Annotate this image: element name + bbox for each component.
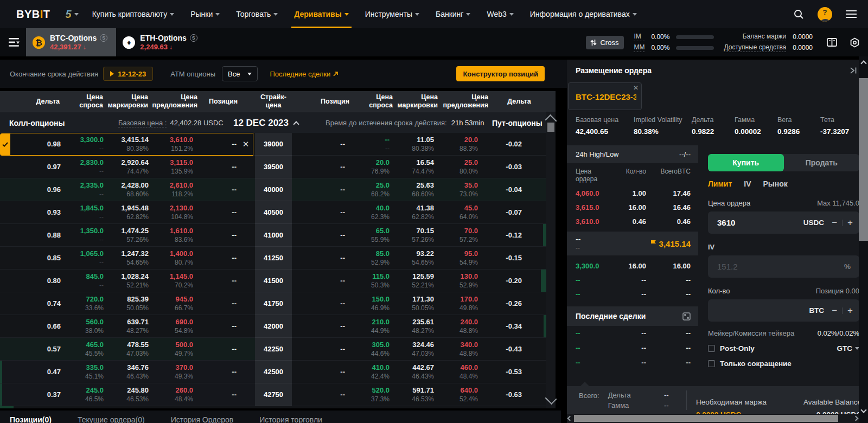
call-mark[interactable]: 1,247.3254.65% [105, 247, 149, 269]
call-mark[interactable]: 346.7646.43% [105, 361, 149, 383]
put-position[interactable]: -- [312, 178, 345, 201]
call-bid[interactable]: 720.033.6% [63, 292, 104, 315]
put-position[interactable]: -- [312, 361, 345, 383]
put-bid[interactable]: 210.044.9% [349, 315, 390, 337]
call-bid[interactable]: 2,830.0-- [63, 156, 104, 178]
put-position[interactable]: -- [312, 270, 345, 292]
strike-price[interactable]: 41000 [255, 224, 292, 247]
call-delta[interactable]: 0.97 [28, 156, 61, 178]
order-type-рынок[interactable]: Рынок [763, 180, 787, 188]
put-ask[interactable]: 95.054.9% [437, 247, 478, 269]
scroll-left-icon[interactable] [568, 414, 572, 423]
call-position[interactable]: -- [209, 133, 237, 155]
put-mark[interactable]: 324.4647.03% [391, 338, 434, 360]
call-delta[interactable]: 0.57 [28, 338, 61, 360]
strike-price[interactable]: 40500 [255, 201, 292, 224]
call-ask[interactable]: 500.049.7% [152, 338, 193, 360]
orderbook-ask-row[interactable]: 4,060.01.0017.46 [567, 186, 698, 200]
put-bid[interactable]: 40.062.3% [349, 201, 390, 223]
put-position[interactable]: -- [312, 224, 345, 246]
nav-item-банкинг[interactable]: Банкинг [427, 0, 479, 28]
call-bid[interactable]: 465.045.5% [63, 338, 104, 360]
put-bid[interactable]: 410.042.4% [349, 361, 390, 383]
scroll-right-icon[interactable] [854, 414, 858, 423]
put-ask[interactable]: 35.073.0% [437, 178, 478, 201]
put-ask[interactable]: 170.049.8% [437, 292, 478, 315]
call-bid[interactable]: 245.046.5% [63, 383, 104, 406]
put-delta[interactable]: -0.12 [489, 224, 522, 246]
call-delta[interactable]: 0.98 [28, 133, 61, 155]
call-mark[interactable]: 825.3950.05% [105, 292, 149, 315]
put-delta[interactable]: -0.03 [489, 156, 522, 178]
put-delta[interactable]: -0.34 [489, 315, 522, 337]
call-delta[interactable]: 0.88 [28, 224, 61, 246]
strike-price[interactable]: 39500 [255, 156, 292, 178]
nav-item-информация-о-деривативах[interactable]: Информация о деривативах [522, 0, 645, 28]
put-mark[interactable]: 125.5952.21% [391, 270, 434, 292]
call-mark[interactable]: 1,474.2557.26% [105, 224, 149, 246]
put-position[interactable]: -- [312, 292, 345, 315]
mm-label[interactable]: MM [634, 43, 644, 52]
put-delta[interactable]: -0.63 [489, 383, 522, 406]
strike-price[interactable]: 40000 [255, 178, 292, 201]
scroll-up-icon[interactable] [546, 113, 556, 121]
put-delta[interactable]: -0.02 [489, 133, 522, 155]
vertical-scrollbar-thumb[interactable] [859, 78, 868, 241]
put-ask[interactable]: 460.048.4% [437, 361, 478, 383]
recent-trades-link[interactable]: Последние сделки [270, 70, 339, 78]
call-ask[interactable]: 1,145.070.2% [152, 270, 193, 292]
scroll-up-icon[interactable] [859, 59, 868, 66]
settings-gear-icon[interactable] [848, 36, 860, 48]
table-scrollbar[interactable] [546, 112, 556, 408]
sell-button[interactable]: Продать [784, 154, 860, 171]
horizontal-scrollbar-thumb[interactable] [574, 415, 838, 422]
call-position[interactable]: -- [209, 178, 237, 201]
table-scrollbar-thumb[interactable] [547, 123, 554, 132]
put-position[interactable]: -- [312, 338, 345, 360]
base-price-label[interactable]: Базовая цена : [118, 119, 167, 127]
put-delta[interactable]: -0.26 [489, 292, 522, 315]
increment-button[interactable]: + [847, 218, 853, 227]
bybit-logo[interactable]: BYBIT [16, 8, 50, 21]
iv-input[interactable]: 151.2 % [708, 255, 859, 278]
nav-item-web3[interactable]: Web3 [478, 0, 521, 28]
put-ask[interactable]: 25.080.0% [437, 156, 478, 178]
increment-button[interactable]: + [847, 306, 853, 315]
call-delta[interactable]: 0.93 [28, 201, 61, 223]
put-position[interactable]: -- [312, 156, 345, 178]
call-mark[interactable]: 245.8046.53% [105, 383, 149, 406]
search-icon[interactable] [793, 8, 805, 20]
buy-button[interactable]: Купить [708, 154, 784, 171]
call-ask[interactable]: 945.066.7% [152, 292, 193, 315]
collapse-panel-icon[interactable] [850, 67, 857, 74]
call-bid[interactable]: 560.038.0% [63, 315, 104, 337]
call-ask[interactable]: 2,130.0104.8% [152, 201, 193, 223]
call-position[interactable]: -- [209, 383, 237, 406]
put-ask[interactable]: 240.048.8% [437, 315, 478, 337]
strike-price[interactable]: 42250 [255, 338, 292, 361]
put-ask[interactable]: 20.088.3% [437, 133, 478, 155]
cross-margin-button[interactable]: Cross [586, 36, 624, 49]
put-ask[interactable]: 130.052.9% [437, 270, 478, 292]
bottom-tab-история-торговли[interactable]: История торговли [259, 415, 322, 423]
put-position[interactable]: -- [312, 315, 345, 337]
call-delta[interactable]: 0.47 [28, 361, 61, 383]
put-bid[interactable]: 25.068.2% [349, 178, 390, 201]
call-position[interactable]: -- [209, 338, 237, 360]
call-ask[interactable]: 260.048.4% [152, 383, 193, 406]
selected-check-tag[interactable] [0, 133, 10, 156]
put-bid[interactable]: 85.052.9% [349, 247, 390, 269]
put-position[interactable]: -- [312, 383, 345, 406]
put-mark[interactable]: 591.7146.53% [391, 383, 434, 406]
instrument-list-icon[interactable] [8, 36, 22, 48]
put-position[interactable]: -- [312, 247, 345, 269]
bottom-tab-позиции-0-[interactable]: Позиции(0) [10, 415, 52, 423]
call-position[interactable]: -- [209, 224, 237, 246]
call-mark[interactable]: 639.7148.27% [105, 315, 149, 337]
instrument-tab-btc[interactable]: ₿BTC-OptionsS42,391.27↓ [26, 28, 116, 56]
put-mark[interactable]: 171.3050.05% [391, 292, 434, 315]
put-delta[interactable]: -0.15 [489, 247, 522, 269]
call-delta[interactable]: 0.37 [28, 383, 61, 406]
mark-price[interactable]: 3,415.14 [650, 239, 691, 248]
order-price-input[interactable]: 3610 USDC − + [708, 211, 859, 234]
